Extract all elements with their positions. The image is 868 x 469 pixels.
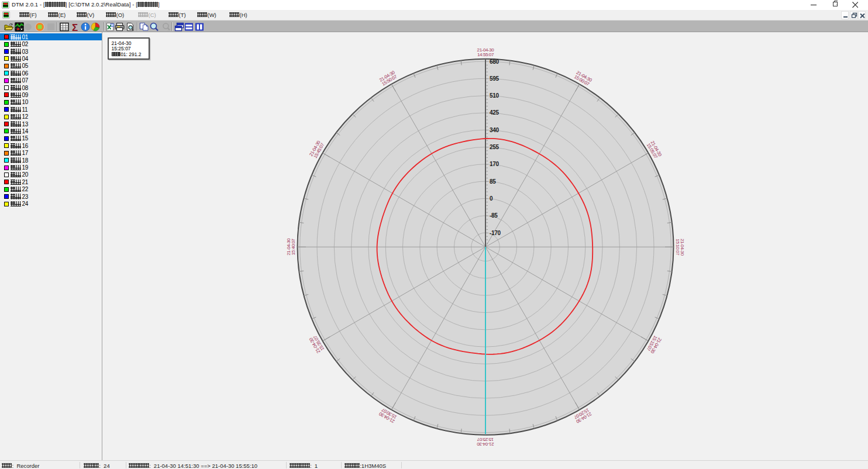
svg-text:-170: -170 bbox=[490, 230, 501, 236]
svg-text:0: 0 bbox=[490, 195, 493, 202]
svg-text:340: 340 bbox=[490, 127, 500, 133]
svg-text:595: 595 bbox=[490, 75, 500, 82]
svg-text:15:10:07: 15:10:07 bbox=[675, 239, 680, 256]
svg-text:15:40:07: 15:40:07 bbox=[291, 238, 296, 255]
svg-text:680: 680 bbox=[490, 58, 500, 65]
svg-text:85: 85 bbox=[490, 178, 496, 185]
svg-text:425: 425 bbox=[490, 109, 500, 116]
svg-text:510: 510 bbox=[490, 92, 500, 99]
svg-text:170: 170 bbox=[490, 161, 500, 167]
svg-text:-85: -85 bbox=[490, 212, 498, 219]
svg-text:14:55:07: 14:55:07 bbox=[477, 52, 494, 57]
svg-text:Σ: Σ bbox=[72, 22, 78, 32]
svg-text:15:25:07: 15:25:07 bbox=[477, 437, 494, 442]
svg-text:255: 255 bbox=[490, 144, 500, 150]
